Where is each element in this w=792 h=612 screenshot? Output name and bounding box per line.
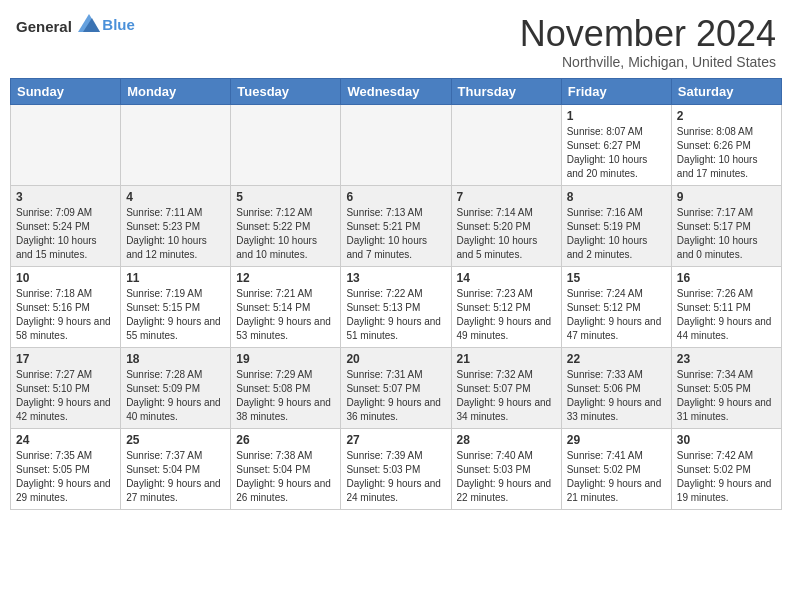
day-info: Sunrise: 7:23 AMSunset: 5:12 PMDaylight:… <box>457 287 556 343</box>
calendar-cell: 16Sunrise: 7:26 AMSunset: 5:11 PMDayligh… <box>671 266 781 347</box>
column-header-tuesday: Tuesday <box>231 78 341 104</box>
location-subtitle: Northville, Michigan, United States <box>520 54 776 70</box>
day-info: Sunrise: 7:11 AMSunset: 5:23 PMDaylight:… <box>126 206 225 262</box>
calendar-cell: 25Sunrise: 7:37 AMSunset: 5:04 PMDayligh… <box>121 428 231 509</box>
calendar-cell: 24Sunrise: 7:35 AMSunset: 5:05 PMDayligh… <box>11 428 121 509</box>
day-number: 2 <box>677 109 776 123</box>
calendar-cell: 3Sunrise: 7:09 AMSunset: 5:24 PMDaylight… <box>11 185 121 266</box>
day-info: Sunrise: 7:27 AMSunset: 5:10 PMDaylight:… <box>16 368 115 424</box>
page-header: General Blue November 2024 Northville, M… <box>10 10 782 74</box>
calendar-cell: 13Sunrise: 7:22 AMSunset: 5:13 PMDayligh… <box>341 266 451 347</box>
logo-general: General <box>16 18 72 35</box>
day-info: Sunrise: 7:24 AMSunset: 5:12 PMDaylight:… <box>567 287 666 343</box>
day-info: Sunrise: 7:32 AMSunset: 5:07 PMDaylight:… <box>457 368 556 424</box>
calendar-cell <box>231 104 341 185</box>
calendar-cell: 27Sunrise: 7:39 AMSunset: 5:03 PMDayligh… <box>341 428 451 509</box>
day-number: 26 <box>236 433 335 447</box>
day-number: 12 <box>236 271 335 285</box>
day-info: Sunrise: 7:16 AMSunset: 5:19 PMDaylight:… <box>567 206 666 262</box>
calendar-cell: 19Sunrise: 7:29 AMSunset: 5:08 PMDayligh… <box>231 347 341 428</box>
day-info: Sunrise: 7:34 AMSunset: 5:05 PMDaylight:… <box>677 368 776 424</box>
logo: General Blue <box>16 14 135 36</box>
calendar-cell: 21Sunrise: 7:32 AMSunset: 5:07 PMDayligh… <box>451 347 561 428</box>
day-info: Sunrise: 8:08 AMSunset: 6:26 PMDaylight:… <box>677 125 776 181</box>
day-number: 4 <box>126 190 225 204</box>
calendar-cell: 26Sunrise: 7:38 AMSunset: 5:04 PMDayligh… <box>231 428 341 509</box>
day-number: 22 <box>567 352 666 366</box>
calendar-cell: 12Sunrise: 7:21 AMSunset: 5:14 PMDayligh… <box>231 266 341 347</box>
day-info: Sunrise: 7:38 AMSunset: 5:04 PMDaylight:… <box>236 449 335 505</box>
logo-blue: Blue <box>102 16 135 33</box>
day-info: Sunrise: 7:17 AMSunset: 5:17 PMDaylight:… <box>677 206 776 262</box>
column-header-wednesday: Wednesday <box>341 78 451 104</box>
calendar-cell: 20Sunrise: 7:31 AMSunset: 5:07 PMDayligh… <box>341 347 451 428</box>
day-number: 23 <box>677 352 776 366</box>
day-info: Sunrise: 7:09 AMSunset: 5:24 PMDaylight:… <box>16 206 115 262</box>
day-number: 1 <box>567 109 666 123</box>
calendar-cell: 10Sunrise: 7:18 AMSunset: 5:16 PMDayligh… <box>11 266 121 347</box>
month-title: November 2024 <box>520 14 776 54</box>
day-number: 14 <box>457 271 556 285</box>
day-number: 13 <box>346 271 445 285</box>
calendar-cell: 8Sunrise: 7:16 AMSunset: 5:19 PMDaylight… <box>561 185 671 266</box>
day-info: Sunrise: 7:35 AMSunset: 5:05 PMDaylight:… <box>16 449 115 505</box>
calendar-cell: 29Sunrise: 7:41 AMSunset: 5:02 PMDayligh… <box>561 428 671 509</box>
day-number: 20 <box>346 352 445 366</box>
calendar-week-row: 1Sunrise: 8:07 AMSunset: 6:27 PMDaylight… <box>11 104 782 185</box>
calendar-cell: 5Sunrise: 7:12 AMSunset: 5:22 PMDaylight… <box>231 185 341 266</box>
day-info: Sunrise: 7:19 AMSunset: 5:15 PMDaylight:… <box>126 287 225 343</box>
day-number: 3 <box>16 190 115 204</box>
day-number: 7 <box>457 190 556 204</box>
column-header-sunday: Sunday <box>11 78 121 104</box>
calendar-cell: 15Sunrise: 7:24 AMSunset: 5:12 PMDayligh… <box>561 266 671 347</box>
day-info: Sunrise: 8:07 AMSunset: 6:27 PMDaylight:… <box>567 125 666 181</box>
day-info: Sunrise: 7:26 AMSunset: 5:11 PMDaylight:… <box>677 287 776 343</box>
day-number: 15 <box>567 271 666 285</box>
day-number: 9 <box>677 190 776 204</box>
calendar-cell: 1Sunrise: 8:07 AMSunset: 6:27 PMDaylight… <box>561 104 671 185</box>
day-info: Sunrise: 7:42 AMSunset: 5:02 PMDaylight:… <box>677 449 776 505</box>
day-number: 25 <box>126 433 225 447</box>
column-header-saturday: Saturday <box>671 78 781 104</box>
day-info: Sunrise: 7:12 AMSunset: 5:22 PMDaylight:… <box>236 206 335 262</box>
day-number: 8 <box>567 190 666 204</box>
day-number: 16 <box>677 271 776 285</box>
column-header-thursday: Thursday <box>451 78 561 104</box>
day-number: 27 <box>346 433 445 447</box>
title-block: November 2024 Northville, Michigan, Unit… <box>520 14 776 70</box>
day-info: Sunrise: 7:22 AMSunset: 5:13 PMDaylight:… <box>346 287 445 343</box>
day-number: 18 <box>126 352 225 366</box>
calendar-cell: 18Sunrise: 7:28 AMSunset: 5:09 PMDayligh… <box>121 347 231 428</box>
calendar-table: SundayMondayTuesdayWednesdayThursdayFrid… <box>10 78 782 510</box>
calendar-cell: 28Sunrise: 7:40 AMSunset: 5:03 PMDayligh… <box>451 428 561 509</box>
day-number: 28 <box>457 433 556 447</box>
day-info: Sunrise: 7:40 AMSunset: 5:03 PMDaylight:… <box>457 449 556 505</box>
day-info: Sunrise: 7:18 AMSunset: 5:16 PMDaylight:… <box>16 287 115 343</box>
calendar-cell: 7Sunrise: 7:14 AMSunset: 5:20 PMDaylight… <box>451 185 561 266</box>
calendar-cell: 14Sunrise: 7:23 AMSunset: 5:12 PMDayligh… <box>451 266 561 347</box>
calendar-cell <box>451 104 561 185</box>
column-header-friday: Friday <box>561 78 671 104</box>
day-number: 19 <box>236 352 335 366</box>
day-number: 24 <box>16 433 115 447</box>
calendar-cell: 2Sunrise: 8:08 AMSunset: 6:26 PMDaylight… <box>671 104 781 185</box>
day-info: Sunrise: 7:31 AMSunset: 5:07 PMDaylight:… <box>346 368 445 424</box>
day-number: 6 <box>346 190 445 204</box>
day-info: Sunrise: 7:33 AMSunset: 5:06 PMDaylight:… <box>567 368 666 424</box>
calendar-cell: 4Sunrise: 7:11 AMSunset: 5:23 PMDaylight… <box>121 185 231 266</box>
column-header-monday: Monday <box>121 78 231 104</box>
day-info: Sunrise: 7:28 AMSunset: 5:09 PMDaylight:… <box>126 368 225 424</box>
day-info: Sunrise: 7:41 AMSunset: 5:02 PMDaylight:… <box>567 449 666 505</box>
day-info: Sunrise: 7:21 AMSunset: 5:14 PMDaylight:… <box>236 287 335 343</box>
day-number: 21 <box>457 352 556 366</box>
day-info: Sunrise: 7:13 AMSunset: 5:21 PMDaylight:… <box>346 206 445 262</box>
day-number: 30 <box>677 433 776 447</box>
calendar-cell: 6Sunrise: 7:13 AMSunset: 5:21 PMDaylight… <box>341 185 451 266</box>
day-info: Sunrise: 7:29 AMSunset: 5:08 PMDaylight:… <box>236 368 335 424</box>
calendar-week-row: 17Sunrise: 7:27 AMSunset: 5:10 PMDayligh… <box>11 347 782 428</box>
calendar-cell: 23Sunrise: 7:34 AMSunset: 5:05 PMDayligh… <box>671 347 781 428</box>
day-info: Sunrise: 7:37 AMSunset: 5:04 PMDaylight:… <box>126 449 225 505</box>
calendar-week-row: 3Sunrise: 7:09 AMSunset: 5:24 PMDaylight… <box>11 185 782 266</box>
calendar-cell <box>121 104 231 185</box>
calendar-cell <box>341 104 451 185</box>
